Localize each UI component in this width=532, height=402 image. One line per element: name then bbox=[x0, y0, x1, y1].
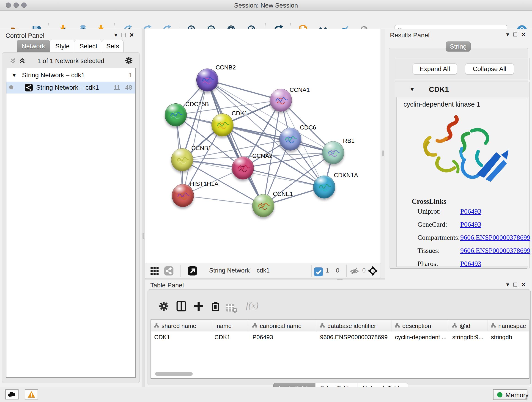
network-node-cdk1[interactable] bbox=[211, 114, 234, 136]
fit-selected-crosshair-icon[interactable] bbox=[368, 266, 378, 276]
network-label: String Network – cdk1 bbox=[36, 84, 99, 91]
crosslink-link[interactable]: P06493 bbox=[460, 207, 481, 215]
network-node-ccne1[interactable] bbox=[252, 194, 274, 217]
grid-view-icon[interactable] bbox=[150, 266, 160, 276]
table-cell[interactable]: stringdb:9... bbox=[449, 332, 488, 342]
table-cell[interactable]: P06493 bbox=[249, 332, 317, 342]
column-header-database-identifier[interactable]: database identifier bbox=[317, 320, 392, 332]
column-header-namespac[interactable]: namespac bbox=[488, 320, 529, 332]
network-row-selected[interactable]: String Network – cdk1 11 48 bbox=[6, 82, 135, 94]
memory-button[interactable]: Memory bbox=[493, 389, 527, 400]
node-label-cdk1: CDK1 bbox=[232, 110, 247, 117]
hidden-eye-slash-icon[interactable] bbox=[349, 266, 360, 276]
results-panel: Results Panel ▾ □ × Expand All Collapse … bbox=[385, 29, 532, 280]
network-status-dot bbox=[9, 85, 13, 89]
network-selection-bar: 1 of 1 Network selected bbox=[2, 56, 140, 66]
cdk1-section-header[interactable]: ▼ CDK1 bbox=[395, 82, 529, 97]
node-label-ccna2: CCNA2 bbox=[252, 153, 272, 160]
table-cell[interactable]: stringdb bbox=[488, 332, 529, 342]
expand-all-button[interactable]: Expand All bbox=[413, 64, 457, 75]
cloud-button[interactable] bbox=[5, 389, 19, 400]
crosslink-label: Uniprot: bbox=[418, 207, 441, 215]
tab-network[interactable]: Network bbox=[17, 40, 50, 53]
cdk1-collapse-icon[interactable]: ▼ bbox=[409, 86, 415, 93]
add-column-icon[interactable] bbox=[193, 300, 205, 312]
control-panel-close-icon[interactable]: × bbox=[129, 31, 134, 38]
network-node-ccnb2[interactable] bbox=[196, 69, 218, 91]
network-node-ccnb1[interactable] bbox=[171, 148, 193, 171]
results-panel-float-icon[interactable]: □ bbox=[513, 31, 517, 38]
column-header-description[interactable]: description bbox=[392, 320, 449, 332]
function-builder-icon[interactable]: f(x) bbox=[246, 300, 259, 311]
control-panel-float-icon[interactable]: □ bbox=[121, 32, 125, 38]
network-canvas[interactable]: CCNB2 CCNA1 CDC25B CDK1 CDC6 RB1 CCNB1 C… bbox=[145, 29, 381, 263]
network-node-cdkn1a[interactable] bbox=[313, 176, 335, 198]
crosslink-row: Tissues: 9606.ENSP00000378699 bbox=[397, 247, 528, 259]
table-cell[interactable]: 9606.ENSP00000378699 bbox=[317, 332, 392, 342]
right-split-divider[interactable] bbox=[381, 29, 385, 278]
node-label-cdc6: CDC6 bbox=[300, 124, 316, 131]
crosslink-label: GeneCard: bbox=[418, 220, 447, 228]
network-node-hist1h1a[interactable] bbox=[172, 184, 194, 207]
memory-label: Memory bbox=[505, 391, 529, 399]
control-panel-menu-icon[interactable]: ▾ bbox=[114, 32, 117, 38]
crosslink-link[interactable]: 9606.ENSP00000378699 bbox=[460, 234, 530, 241]
tab-style[interactable]: Style bbox=[50, 40, 75, 53]
right-split-grip[interactable] bbox=[382, 150, 384, 156]
table-cell[interactable]: CDK1 bbox=[211, 332, 249, 342]
results-panel-close-icon[interactable]: × bbox=[521, 31, 526, 38]
table-panel-box: f(x) shared nameCDK1nameCDK1canonical na… bbox=[147, 289, 531, 385]
status-bar: Memory bbox=[0, 387, 532, 402]
left-split-grip[interactable] bbox=[143, 233, 144, 239]
network-options-gear-icon[interactable] bbox=[124, 56, 133, 66]
string-view-icon[interactable] bbox=[164, 266, 174, 276]
delete-column-icon[interactable] bbox=[210, 300, 222, 312]
network-collection-row[interactable]: ▼ String Network – cdk1 1 bbox=[6, 69, 135, 81]
network-edge-count: 48 bbox=[125, 84, 132, 91]
selected-checkbox-icon[interactable] bbox=[313, 267, 322, 275]
birds-eye-view-icon[interactable] bbox=[187, 266, 197, 276]
results-panel-menu-icon[interactable]: ▾ bbox=[506, 32, 509, 37]
warning-button[interactable] bbox=[25, 389, 38, 400]
crosslink-row: Compartments: 9606.ENSP00000378699 bbox=[397, 234, 528, 246]
table-panel-title: Table Panel bbox=[150, 282, 184, 289]
crosslink-link[interactable]: P06493 bbox=[460, 260, 481, 268]
node-label-ccne1: CCNE1 bbox=[273, 191, 293, 198]
network-node-rb1[interactable] bbox=[322, 141, 344, 164]
network-view-toolbar: String Network – cdk1 1 – 0 0 – 0 bbox=[145, 263, 381, 278]
warning-icon bbox=[27, 391, 36, 398]
table-panel-close-icon[interactable]: × bbox=[521, 281, 526, 288]
column-header-name[interactable]: name bbox=[211, 320, 249, 332]
tab-string[interactable]: String bbox=[446, 41, 471, 51]
table-panel-menu-icon[interactable]: ▾ bbox=[506, 281, 509, 287]
delete-table-icon[interactable] bbox=[226, 302, 236, 311]
tab-sets[interactable]: Sets bbox=[102, 40, 123, 53]
cdk1-section: ▼ CDK1 cyclin-dependent kinase 1 bbox=[395, 82, 530, 268]
show-columns-icon[interactable] bbox=[175, 300, 187, 312]
column-header-shared-name[interactable]: shared name bbox=[151, 320, 211, 332]
left-split-divider[interactable] bbox=[142, 29, 145, 387]
network-node-cdc6[interactable] bbox=[279, 128, 301, 151]
cdk1-section-title: CDK1 bbox=[429, 85, 449, 94]
table-cell[interactable]: cyclin-dependent ... bbox=[392, 332, 449, 342]
collection-expand-icon[interactable]: ▼ bbox=[12, 72, 17, 78]
column-header-canonical-name[interactable]: canonical name bbox=[249, 320, 317, 332]
table-gear-icon[interactable] bbox=[158, 300, 170, 312]
cytoscape-window: Session: New Session ? Control Panel ▾ □… bbox=[0, 0, 532, 402]
crosslink-link[interactable]: P06493 bbox=[460, 220, 481, 228]
table-panel-float-icon[interactable]: □ bbox=[513, 281, 517, 288]
crosslink-link[interactable]: 9606.ENSP00000378699 bbox=[460, 247, 530, 254]
column-header--id[interactable]: @id bbox=[449, 320, 488, 332]
results-panel-title: Results Panel bbox=[390, 32, 430, 39]
crosslink-label: Tissues: bbox=[418, 247, 440, 254]
network-node-ccna1[interactable] bbox=[270, 89, 292, 112]
crosslink-row: GeneCard: P06493 bbox=[397, 220, 528, 233]
table-horizontal-scrollbar[interactable] bbox=[155, 372, 193, 376]
table-cell[interactable]: CDK1 bbox=[151, 332, 211, 342]
collapse-all-button[interactable]: Collapse All bbox=[465, 64, 514, 75]
crosslinks-heading: CrossLinks bbox=[412, 197, 446, 206]
network-node-ccna2[interactable] bbox=[232, 157, 254, 179]
node-label-ccna1: CCNA1 bbox=[290, 86, 310, 94]
tab-select[interactable]: Select bbox=[75, 40, 102, 53]
network-node-cdc25b[interactable] bbox=[165, 103, 187, 126]
